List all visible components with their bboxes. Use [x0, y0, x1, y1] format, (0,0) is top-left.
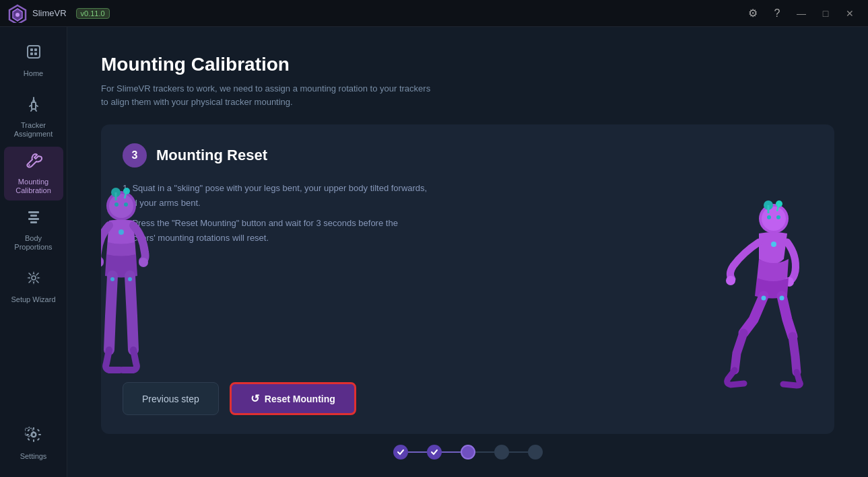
- svg-point-2: [15, 13, 20, 17]
- svg-point-50: [767, 215, 771, 219]
- svg-rect-4: [30, 48, 33, 51]
- card-title: Mounting Reset: [156, 147, 267, 164]
- svg-point-56: [780, 296, 784, 301]
- app-name: SlimeVR: [32, 8, 67, 18]
- reset-mounting-button[interactable]: ↺ Reset Mounting: [230, 382, 356, 415]
- progress-dot-5: [528, 445, 543, 460]
- sidebar: Home TrackerAssignment MountingCalibrati…: [0, 27, 67, 477]
- svg-point-42: [110, 277, 114, 281]
- svg-line-13: [31, 109, 32, 111]
- progress-connector-1: [408, 451, 427, 453]
- titlebar: SlimeVR v0.11.0 ⚙ ? — □ ✕: [0, 0, 868, 27]
- sidebar-item-body-proportions[interactable]: BodyProportions: [4, 203, 63, 257]
- main-layout: Home TrackerAssignment MountingCalibrati…: [0, 27, 868, 477]
- reset-icon: ↺: [251, 392, 259, 405]
- svg-rect-5: [34, 48, 37, 51]
- wizard-icon: [25, 269, 42, 291]
- page-subtitle: For SlimeVR trackers to work, we need to…: [101, 82, 834, 108]
- svg-point-37: [114, 203, 119, 207]
- progress-connector-4: [509, 451, 528, 453]
- home-icon: [25, 43, 42, 65]
- svg-point-40: [139, 258, 148, 267]
- svg-rect-27: [27, 429, 30, 432]
- main-content: Mounting Calibration For SlimeVR tracker…: [67, 27, 868, 477]
- sidebar-wizard-label: Setup Wizard: [11, 295, 55, 304]
- logo-icon: [8, 4, 27, 23]
- reset-label: Reset Mounting: [265, 394, 335, 404]
- svg-rect-6: [30, 52, 33, 55]
- svg-rect-24: [33, 439, 34, 442]
- instruction-2: 2. Press the "Reset Mounting" button and…: [123, 216, 432, 246]
- progress-dot-4: [494, 445, 509, 460]
- character-skiing: [679, 192, 814, 400]
- maximize-button[interactable]: □: [815, 5, 836, 22]
- svg-point-45: [762, 207, 786, 231]
- proportions-icon: [25, 209, 42, 230]
- svg-rect-23: [33, 427, 34, 430]
- sidebar-tracker-label: TrackerAssignment: [14, 121, 53, 139]
- help-button[interactable]: ?: [767, 3, 787, 24]
- svg-point-54: [771, 242, 776, 247]
- sidebar-settings-label: Settings: [20, 452, 47, 461]
- sidebar-home-label: Home: [24, 69, 43, 78]
- svg-point-43: [128, 277, 132, 281]
- card-instructions: 1. Squat in a "skiing" pose with your le…: [123, 181, 432, 251]
- svg-rect-26: [38, 434, 41, 435]
- card-header: 3 Mounting Reset: [123, 143, 813, 168]
- character-standing: [101, 182, 168, 397]
- svg-rect-30: [36, 438, 39, 441]
- settings-icon: [25, 426, 42, 447]
- svg-point-51: [776, 215, 780, 219]
- window-controls: ⚙ ? — □ ✕: [743, 3, 860, 24]
- svg-point-32: [109, 194, 133, 218]
- svg-rect-7: [34, 52, 37, 55]
- tracker-icon: [25, 96, 42, 117]
- progress-connector-2: [442, 451, 461, 453]
- progress-dot-1: [393, 445, 408, 460]
- svg-line-14: [35, 109, 36, 111]
- sidebar-item-tracker-assignment[interactable]: TrackerAssignment: [4, 90, 63, 144]
- step-badge: 3: [123, 143, 147, 168]
- app-logo: SlimeVR v0.11.0: [8, 4, 110, 23]
- svg-point-15: [28, 164, 30, 166]
- svg-rect-18: [28, 218, 39, 220]
- settings-button[interactable]: ⚙: [743, 3, 763, 24]
- progress-dot-3: [461, 445, 475, 460]
- svg-rect-10: [32, 102, 36, 109]
- svg-rect-17: [30, 215, 37, 217]
- sidebar-mounting-label: MountingCalibration: [15, 178, 51, 195]
- progress-indicator: [101, 445, 834, 464]
- sidebar-item-home[interactable]: Home: [4, 34, 63, 87]
- sidebar-item-mounting-calibration[interactable]: MountingCalibration: [4, 147, 63, 200]
- progress-dot-2: [427, 445, 442, 460]
- svg-rect-25: [26, 434, 29, 435]
- svg-point-52: [726, 276, 735, 285]
- instruction-1: 1. Squat in a "skiing" pose with your le…: [123, 181, 432, 211]
- svg-point-20: [32, 276, 36, 280]
- close-button[interactable]: ✕: [840, 5, 860, 22]
- wrench-icon: [25, 152, 42, 174]
- svg-point-38: [124, 203, 128, 207]
- version-badge: v0.11.0: [76, 8, 110, 19]
- sidebar-item-settings[interactable]: Settings: [4, 416, 63, 470]
- svg-rect-3: [28, 46, 40, 58]
- sidebar-proportions-label: BodyProportions: [14, 234, 52, 252]
- page-title: Mounting Calibration: [101, 54, 834, 75]
- svg-rect-28: [36, 429, 39, 432]
- minimize-button[interactable]: —: [791, 5, 811, 22]
- svg-point-55: [762, 296, 766, 301]
- progress-connector-3: [475, 451, 494, 453]
- sidebar-item-setup-wizard[interactable]: Setup Wizard: [4, 260, 63, 314]
- svg-rect-29: [27, 438, 30, 441]
- svg-point-41: [119, 229, 124, 235]
- svg-rect-19: [30, 221, 37, 223]
- instruction-card: 3 Mounting Reset 1. Squat in a "skiing" …: [101, 124, 834, 434]
- svg-rect-16: [28, 211, 39, 213]
